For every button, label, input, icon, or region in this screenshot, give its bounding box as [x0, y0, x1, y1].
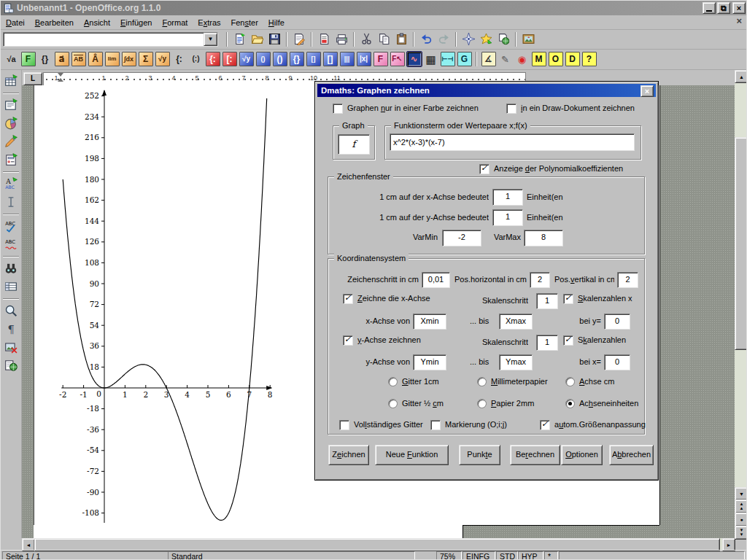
insert-frame-icon[interactable]	[2, 96, 20, 114]
tab-stop-selector[interactable]: L	[23, 72, 42, 85]
stylist-icon[interactable]	[478, 31, 494, 47]
blue-root-icon[interactable]: √y	[239, 52, 254, 66]
navigator-icon[interactable]	[460, 31, 476, 47]
navigation-button[interactable]: ●	[735, 513, 747, 526]
red-bracket-icon[interactable]: [:	[222, 52, 237, 66]
menu-ansicht[interactable]: Ansicht	[79, 17, 115, 28]
draw-graph-icon[interactable]: ∿	[407, 52, 422, 66]
horizontal-scrollbar[interactable]: ◄ ►	[22, 538, 735, 550]
scale-numbers-x-checkbox[interactable]: Skalenzahlen x	[563, 294, 632, 304]
option-o-icon[interactable]: O	[549, 52, 563, 66]
draw-document-checkbox[interactable]: in ein Draw-Dokument zeichnen	[506, 104, 635, 114]
graph-name-field[interactable]: f	[338, 134, 370, 155]
copy-icon[interactable]	[376, 31, 392, 47]
menu-fenster[interactable]: Fenster	[226, 17, 263, 28]
pos-vertical-field[interactable]: 2	[617, 272, 638, 288]
draw-step-field[interactable]: 0,01	[422, 272, 450, 288]
hyperlink-icon[interactable]	[495, 31, 511, 47]
url-input[interactable]	[3, 32, 218, 47]
print-icon[interactable]	[333, 31, 349, 47]
paren-colon-icon[interactable]: (:)	[189, 52, 204, 66]
autospellcheck-icon[interactable]	[2, 236, 20, 253]
minimize-button[interactable]	[703, 2, 716, 14]
y-axis-from-field[interactable]: Ymin	[413, 354, 446, 370]
scale-step-x-field[interactable]: 1	[536, 293, 558, 309]
dialog-close-button[interactable]: ×	[640, 85, 654, 97]
formula-f-icon[interactable]: F	[21, 52, 36, 66]
varmin-field[interactable]: -2	[442, 230, 481, 246]
data-sources-icon[interactable]	[2, 278, 20, 295]
dmaths-help-icon[interactable]: ?	[582, 52, 597, 66]
berechnen-button[interactable]: Berechnen	[510, 445, 560, 465]
y-scale-field[interactable]: 1	[492, 209, 523, 226]
save-icon[interactable]	[266, 31, 282, 47]
scroll-down-button[interactable]: ▼	[735, 487, 747, 500]
status-selection-mode[interactable]: STD	[496, 551, 518, 560]
varmax-field[interactable]: 8	[524, 230, 563, 246]
next-page-button[interactable]: ▼▼	[735, 526, 747, 540]
previous-page-button[interactable]: ▲▲	[735, 499, 747, 513]
grid-half-cm-radio[interactable]: Gitter ½ cm	[388, 399, 444, 408]
blue-norm-icon[interactable]: |||	[340, 52, 355, 66]
blue-abs-icon[interactable]: |x|	[357, 52, 371, 66]
insert-table-icon[interactable]	[2, 72, 20, 90]
abbrechen-button[interactable]: Abbrechen	[609, 445, 654, 465]
menu-hilfe[interactable]: Hilfe	[263, 17, 290, 28]
draw-functions-icon[interactable]	[2, 133, 20, 150]
pencil-icon[interactable]: ✎	[498, 52, 513, 66]
vertical-scrollbar[interactable]: ▲ ▼ ▲▲ ● ▼▼	[735, 70, 747, 538]
function-term-field[interactable]: x^2*(x-3)*(x-7)	[390, 133, 635, 151]
scale-step-y-field[interactable]: 1	[536, 335, 558, 351]
menu-format[interactable]: Format	[157, 17, 193, 28]
blue-brace-icon[interactable]: {}	[290, 52, 304, 66]
marking-checkbox[interactable]: Markierung (O;i;j)	[430, 420, 507, 430]
millimeter-paper-radio[interactable]: Millimeterpapier	[477, 377, 548, 386]
undo-icon[interactable]	[418, 31, 434, 47]
macro-m-icon[interactable]: M	[532, 52, 546, 66]
optionen-button[interactable]: Optionen	[561, 445, 603, 465]
formatting-marks-icon[interactable]	[2, 320, 20, 338]
url-combobox[interactable]: ▼	[3, 32, 218, 47]
insert-object-icon[interactable]	[2, 114, 20, 132]
redo-icon[interactable]	[436, 31, 452, 47]
status-insert-mode[interactable]: EINFG	[462, 551, 495, 560]
menu-bearbeiten[interactable]: Bearbeiten	[30, 17, 79, 28]
auto-size-checkbox[interactable]: autom.Größenanpassung	[540, 420, 646, 430]
indent-marker-icon[interactable]	[58, 73, 64, 82]
punkte-button[interactable]: Punkte	[459, 445, 500, 465]
url-dropdown-button[interactable]: ▼	[204, 33, 217, 46]
gallery-icon[interactable]	[520, 31, 536, 47]
single-color-checkbox[interactable]: Graphen nur in einer Farbe zeichnen	[333, 104, 479, 114]
red-brace-icon[interactable]: {:	[206, 52, 220, 66]
geometry-g-icon[interactable]: G	[457, 52, 472, 66]
status-page-style[interactable]: Standard	[168, 551, 415, 560]
online-layout-icon[interactable]	[2, 357, 20, 374]
menu-extras[interactable]: Extras	[193, 17, 225, 28]
polynomial-coefficients-checkbox[interactable]: Anzeige der Polynomialkoeffizienten	[479, 164, 623, 174]
status-zoom[interactable]: 75%	[436, 551, 462, 560]
scroll-up-button[interactable]: ▲	[735, 70, 747, 83]
dialog-titlebar[interactable]: Dmaths: Graphen zeichnen ×	[317, 84, 656, 97]
integral-icon[interactable]: ∫dx	[122, 52, 136, 66]
at-y-field[interactable]: 0	[604, 314, 630, 330]
sqrt-a-icon[interactable]: √a	[4, 52, 19, 66]
paste-icon[interactable]	[393, 31, 409, 47]
at-x-field[interactable]: 0	[604, 354, 630, 370]
close-document-icon[interactable]: ×	[736, 15, 742, 26]
zoom-icon[interactable]	[2, 302, 20, 319]
nth-root-icon[interactable]: √y	[155, 52, 170, 66]
cut-icon[interactable]	[358, 31, 374, 47]
x-axis-from-field[interactable]: Xmin	[413, 314, 446, 330]
axis-units-radio[interactable]: Achseneinheiten	[565, 399, 638, 408]
y-axis-to-field[interactable]: Ymax	[499, 354, 533, 370]
grid-icon[interactable]: ▦	[424, 52, 438, 66]
restore-button[interactable]: ⧉	[717, 2, 730, 14]
axes-unit-icon[interactable]: ⊢⊣	[441, 52, 455, 66]
grid-1cm-radio[interactable]: Gitter 1cm	[388, 377, 439, 386]
find-icon[interactable]	[2, 260, 20, 277]
new-document-icon[interactable]	[231, 31, 247, 47]
status-hyperlink-mode[interactable]: HYP	[518, 551, 543, 560]
blue-bracket-icon[interactable]: []	[323, 52, 338, 66]
spiral-icon[interactable]: ◉	[515, 52, 530, 66]
sum-icon[interactable]: Σ	[139, 52, 153, 66]
